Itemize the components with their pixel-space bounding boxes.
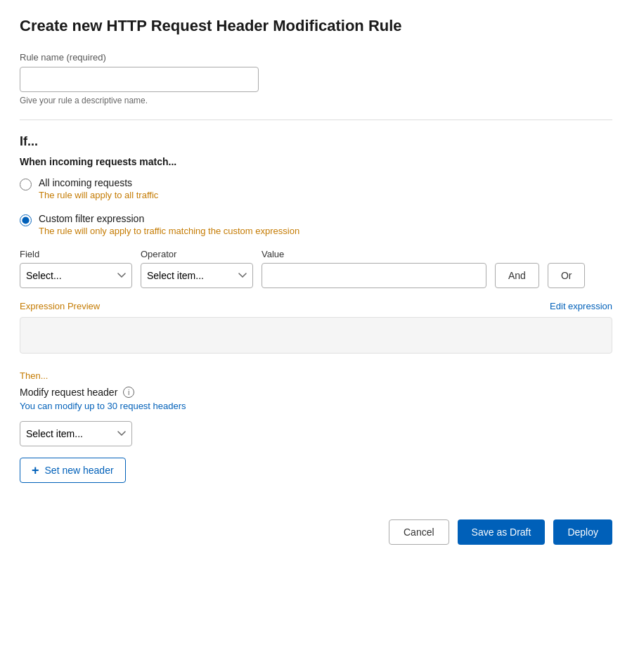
set-new-header-button[interactable]: + Set new header [20, 458, 126, 483]
radio-all-incoming-content: All incoming requests The rule will appl… [39, 177, 158, 200]
operator-col-label: Operator [141, 249, 253, 259]
value-input[interactable] [262, 263, 486, 288]
rule-name-label: Rule name (required) [20, 52, 612, 63]
if-subtitle: When incoming requests match... [20, 156, 612, 167]
cancel-button[interactable]: Cancel [389, 519, 449, 545]
then-section: Then... Modify request header i You can … [20, 370, 612, 483]
modify-sublabel: You can modify up to 30 request headers [20, 401, 612, 411]
and-button[interactable]: And [495, 263, 539, 288]
value-col: Value [262, 249, 486, 288]
footer-actions: Cancel Save as Draft Deploy [20, 508, 612, 545]
radio-all-incoming[interactable]: All incoming requests The rule will appl… [20, 177, 612, 200]
radio-custom-filter-content: Custom filter expression The rule will o… [39, 213, 299, 236]
field-col-label: Field [20, 249, 132, 259]
modify-header-row: Modify request header i [20, 387, 612, 398]
rule-name-input[interactable] [20, 67, 259, 92]
field-col: Field Select... [20, 249, 132, 288]
operator-select[interactable]: Select item... [141, 263, 253, 288]
filter-row: Field Select... Operator Select item... … [20, 249, 612, 288]
rule-name-section: Rule name (required) Give your rule a de… [20, 52, 612, 105]
expression-header: Expression Preview Edit expression [20, 301, 612, 311]
if-title: If... [20, 134, 612, 149]
then-title: Then... [20, 370, 612, 381]
divider-1 [20, 119, 612, 120]
radio-custom-filter-sublabel: The rule will only apply to traffic matc… [39, 226, 299, 236]
radio-all-incoming-label: All incoming requests [39, 177, 158, 188]
expression-section: Expression Preview Edit expression [20, 301, 612, 354]
radio-all-incoming-input[interactable] [20, 179, 32, 190]
radio-custom-filter-label: Custom filter expression [39, 213, 299, 224]
expression-preview-label: Expression Preview [20, 301, 100, 311]
edit-expression-link[interactable]: Edit expression [550, 301, 612, 311]
expression-preview-box [20, 317, 612, 354]
set-new-header-label: Set new header [45, 465, 114, 476]
radio-custom-filter-input[interactable] [20, 214, 32, 226]
deploy-button[interactable]: Deploy [553, 519, 612, 545]
if-section: If... When incoming requests match... Al… [20, 134, 612, 354]
info-icon[interactable]: i [123, 387, 134, 398]
radio-custom-filter[interactable]: Custom filter expression The rule will o… [20, 213, 612, 236]
radio-all-incoming-sublabel: The rule will apply to all traffic [39, 190, 158, 200]
operator-col: Operator Select item... [141, 249, 253, 288]
value-col-label: Value [262, 249, 486, 259]
modify-header-text: Modify request header [20, 387, 117, 398]
plus-icon: + [32, 464, 39, 477]
page-title: Create new HTTP Request Header Modificat… [20, 17, 612, 35]
field-select[interactable]: Select... [20, 263, 132, 288]
save-draft-button[interactable]: Save as Draft [458, 519, 546, 545]
select-item-dropdown[interactable]: Select item... [20, 421, 132, 446]
rule-name-helper: Give your rule a descriptive name. [20, 96, 612, 105]
or-button[interactable]: Or [548, 263, 586, 288]
